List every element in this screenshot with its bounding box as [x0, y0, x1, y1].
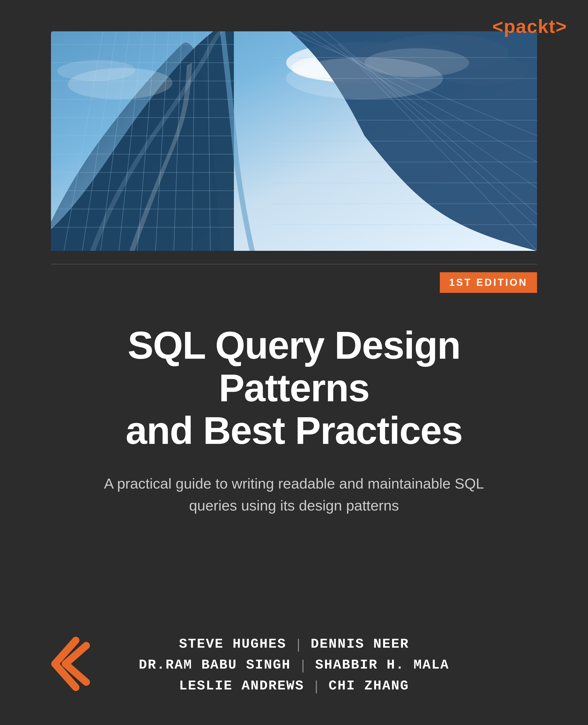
edition-section: 1ST EDITION	[0, 264, 588, 293]
publisher-logo: <packt>	[492, 16, 567, 37]
author-ram-babu-singh: Dr.RAM BABU SINGH	[139, 657, 291, 673]
book-title: SQL Query Design Patterns and Best Pract…	[52, 324, 536, 452]
main-content: SQL Query Design Patterns and Best Pract…	[0, 293, 588, 636]
author-steve-hughes: STEVE HUGHES	[179, 636, 286, 652]
author-shabbir-mala: SHABBIR H. MALA	[315, 657, 449, 673]
book-cover: <packt>	[0, 0, 588, 725]
packt-chevron-logo	[47, 635, 94, 694]
author-leslie-andrews: LESLIE ANDREWS	[179, 678, 304, 694]
authors-section: STEVE HUGHES | DENNIS NEER Dr.RAM BABU S…	[139, 636, 449, 694]
building-photo	[51, 31, 537, 251]
bottom-section: STEVE HUGHES | DENNIS NEER Dr.RAM BABU S…	[0, 636, 588, 694]
building-svg	[51, 31, 537, 251]
author-dennis-neer: DENNIS NEER	[311, 636, 409, 652]
edition-badge: 1ST EDITION	[440, 272, 537, 293]
edition-row: 1ST EDITION	[51, 264, 537, 293]
hero-image	[51, 31, 537, 251]
authors-row-1: STEVE HUGHES | DENNIS NEER	[179, 636, 409, 652]
svg-point-44	[364, 48, 469, 77]
title-line2: and Best Practices	[126, 409, 462, 452]
author-separator-1: |	[286, 636, 311, 652]
authors-row-3: LESLIE ANDREWS | CHI ZHANG	[179, 678, 409, 694]
title-line1: SQL Query Design Patterns	[128, 324, 460, 409]
chevron-svg	[47, 635, 94, 692]
book-subtitle: A practical guide to writing readable an…	[85, 473, 503, 516]
publisher-logo-text: <packt>	[492, 16, 567, 37]
author-separator-2: |	[291, 657, 315, 673]
author-separator-3: |	[304, 678, 329, 694]
author-chi-zhang: CHI ZHANG	[329, 678, 409, 694]
authors-row-2: Dr.RAM BABU SINGH | SHABBIR H. MALA	[139, 657, 449, 673]
